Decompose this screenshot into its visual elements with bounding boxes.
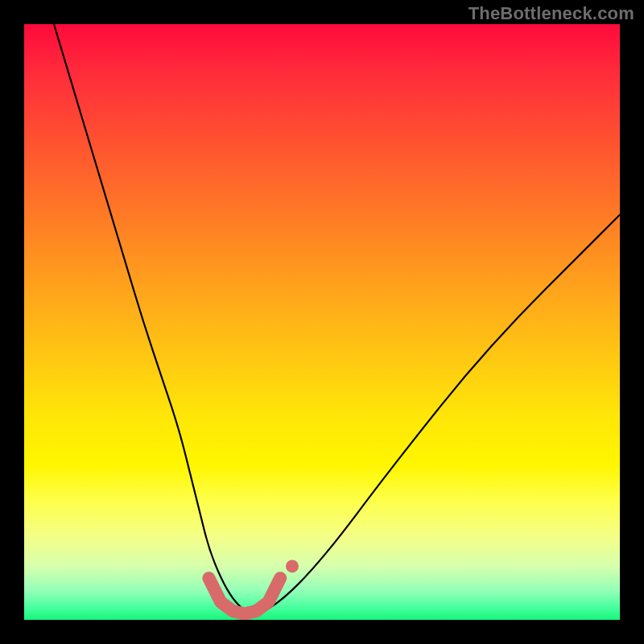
watermark-text: TheBottleneck.com	[469, 3, 634, 24]
curve-layer	[24, 24, 620, 620]
optimal-range-dot	[286, 559, 299, 572]
bottleneck-curve	[54, 24, 620, 613]
plot-area	[24, 24, 620, 620]
optimal-range-marker	[208, 578, 280, 613]
chart-frame: TheBottleneck.com	[0, 0, 644, 644]
